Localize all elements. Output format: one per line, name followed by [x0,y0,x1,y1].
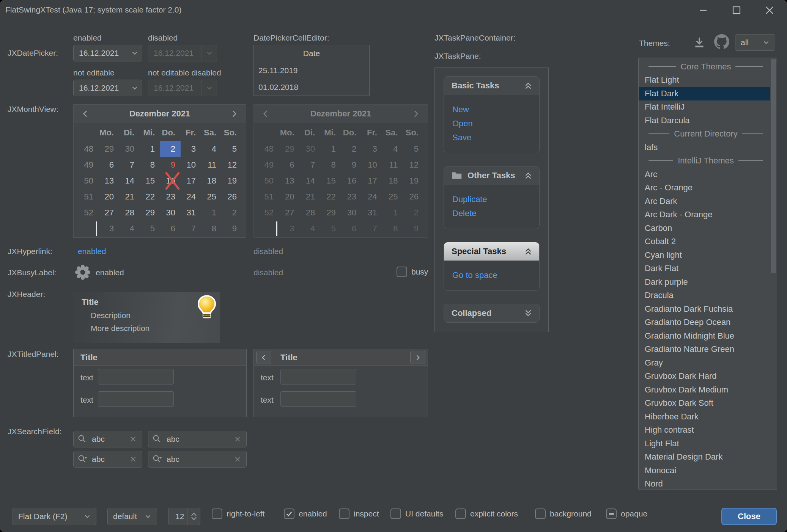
day-cell[interactable]: 9 [222,221,242,237]
explicit-colors-checkbox[interactable] [455,508,466,519]
ui-defaults-checkbox[interactable] [390,508,401,519]
maximize-button[interactable] [726,2,747,18]
day-cell[interactable]: 22 [140,189,160,205]
theme-list-item[interactable]: Gruvbox Dark Medium [639,383,777,397]
day-cell[interactable]: 21 [119,189,140,205]
task-link-go-to-space[interactable]: Go to space [452,270,539,280]
collapse-icon[interactable] [523,81,533,91]
next-month-button[interactable] [229,109,239,119]
clear-search-icon[interactable] [233,455,242,463]
search-input[interactable]: abc [148,431,247,447]
table-row[interactable]: 01.02.2018 [254,79,369,96]
day-cell[interactable]: 5 [222,141,242,157]
task-link-save[interactable]: Save [452,133,539,143]
taskpane-header[interactable]: Basic Tasks [444,77,539,95]
busy-checkbox[interactable] [397,267,407,277]
day-cell[interactable]: 14 [119,173,140,189]
search-icon[interactable] [77,434,87,444]
inspect-checkbox[interactable] [339,508,349,519]
github-button[interactable] [714,34,729,51]
theme-list-item[interactable]: Material Design Dark [639,450,777,464]
theme-list-item[interactable]: Nord [639,477,777,490]
clear-search-icon[interactable] [129,455,137,463]
task-link-delete[interactable]: Delete [452,209,539,218]
expand-icon[interactable] [523,308,533,318]
day-cell[interactable]: 5 [140,221,160,237]
task-link-duplicate[interactable]: Duplicate [452,195,539,204]
day-cell[interactable]: 24 [181,189,201,205]
font-size-value[interactable]: 12 [168,508,187,525]
day-cell[interactable]: 25 [201,189,222,205]
laf-combo[interactable]: Flat Dark (F2) [13,508,96,525]
day-cell[interactable]: 1 [140,141,160,157]
day-cell[interactable]: 30 [160,205,181,221]
day-cell[interactable]: 17 [181,173,201,189]
search-input-with-menu[interactable]: abc [148,451,247,468]
day-cell[interactable]: 30 [119,141,140,157]
theme-list-item[interactable]: Gruvbox Dark Hard [639,370,777,383]
taskpane-header[interactable]: Collapsed [444,304,539,322]
day-cell[interactable]: 29 [140,205,160,221]
download-themes-button[interactable] [693,36,706,51]
right-to-left-checkbox[interactable] [212,508,222,519]
day-cell[interactable]: 11 [201,157,222,173]
theme-list-item[interactable]: lafs [639,141,777,154]
day-cell[interactable]: 20 [99,189,119,205]
day-cell[interactable]: 23 [160,189,181,205]
close-button[interactable]: Close [721,508,777,525]
search-icon[interactable] [152,434,162,444]
day-cell[interactable]: 28 [119,205,140,221]
day-cell[interactable]: 7 [181,221,201,237]
text-input[interactable] [98,391,174,407]
day-cell[interactable]: 12 [222,157,242,173]
day-cell[interactable]: 13 [99,173,119,189]
theme-list-item[interactable]: High contrast [639,424,777,437]
text-input[interactable] [280,369,356,384]
search-value[interactable]: abc [162,455,233,464]
font-size-spinner[interactable]: 12 [168,508,200,525]
spinner-buttons[interactable] [187,508,200,525]
previous-month-button[interactable] [80,109,90,119]
theme-list-item[interactable]: Monocai [639,464,777,477]
theme-list-item[interactable]: Flat Dark [639,87,770,100]
theme-list-item[interactable]: Arc [639,168,777,181]
text-input[interactable] [98,369,174,384]
day-cell[interactable]: 1 [201,205,222,221]
theme-list-item[interactable]: Gruvbox Dark Soft [639,397,777,410]
theme-list-item[interactable]: Dracula [639,289,777,303]
day-cell[interactable]: 29 [99,141,119,157]
search-input[interactable]: abc [73,431,142,447]
day-cell[interactable]: 18 [201,173,222,189]
theme-list-item[interactable]: Flat IntelliJ [639,100,777,114]
day-cell[interactable]: 7 [119,157,140,173]
themes-filter-combo[interactable]: all [735,34,775,51]
day-cell[interactable]: 8 [201,221,222,237]
taskpane-header[interactable]: Special Tasks [444,242,539,261]
theme-list-item[interactable]: Light Flat [639,437,777,450]
datepicker-dropdown-button[interactable] [127,45,142,61]
day-cell[interactable]: 6 [99,157,119,173]
minimize-button[interactable] [693,2,714,18]
day-cell[interactable]: 19 [222,173,242,189]
theme-list-item[interactable]: Cyan light [639,248,777,262]
theme-list-item[interactable]: Carbon [639,221,777,235]
clear-search-icon[interactable] [129,435,137,443]
background-checkbox[interactable] [535,508,546,519]
day-cell[interactable]: 8 [140,157,160,173]
taskpane-header[interactable]: Other Tasks [444,166,539,185]
theme-list-item[interactable]: Arc Dark - Orange [639,208,777,222]
theme-list-item[interactable]: Gradianto Deep Ocean [639,316,777,330]
titledpanel-right-button[interactable] [410,351,425,364]
close-window-button[interactable] [759,2,780,18]
day-cell[interactable]: 4 [201,141,222,157]
search-value[interactable]: abc [162,435,233,444]
text-input[interactable] [280,391,356,407]
day-cell[interactable]: 9 [160,157,181,173]
datepicker-enabled[interactable]: 16.12.2021 [73,45,142,61]
day-cell[interactable]: 3 [99,221,119,237]
hyperlink-enabled[interactable]: enabled [78,247,106,256]
theme-list-item[interactable]: Cobalt 2 [639,235,777,249]
datepicker-value[interactable]: 16.12.2021 [74,45,127,61]
theme-list-item[interactable]: Flat Light [639,74,777,87]
search-value[interactable]: abc [87,435,129,444]
